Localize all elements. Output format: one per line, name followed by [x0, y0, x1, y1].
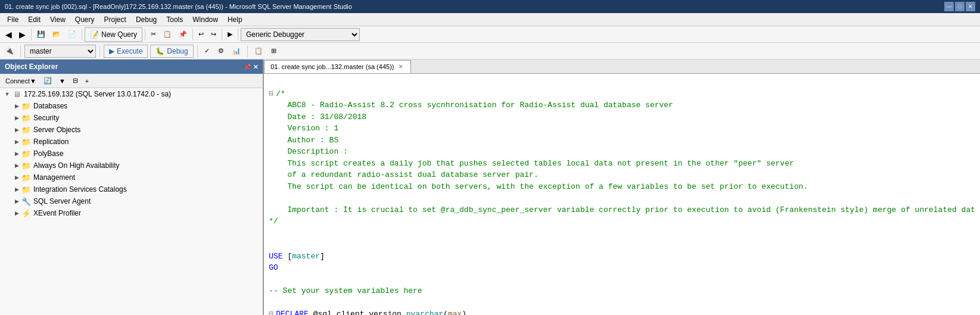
replication-expander[interactable]: ▶: [12, 137, 21, 146]
save-button[interactable]: 💾: [34, 28, 48, 41]
menu-item-debug[interactable]: Debug: [131, 14, 161, 25]
polybase-expander[interactable]: ▶: [12, 149, 21, 158]
menu-item-window[interactable]: Window: [188, 14, 223, 25]
tree-item-management[interactable]: ▶ 📁 Management: [0, 171, 263, 183]
server-expander[interactable]: ▼: [2, 89, 12, 99]
oe-collapse-button[interactable]: ⊟: [70, 75, 81, 87]
new-file-button[interactable]: 📄: [65, 28, 79, 41]
databases-label: Databases: [33, 102, 67, 110]
execute-icon: ▶: [109, 47, 114, 55]
server-objects-icon: 📁: [21, 125, 31, 135]
replication-icon: 📁: [21, 137, 31, 146]
management-label: Management: [33, 173, 75, 182]
database-selector[interactable]: master: [24, 45, 96, 58]
server-label: 172.25.169.132 (SQL Server 13.0.1742.0 -…: [24, 90, 171, 98]
generic-debugger-selector[interactable]: Generic Debugger: [241, 28, 360, 41]
oe-connect-button[interactable]: Connect▼: [2, 75, 39, 87]
databases-expander[interactable]: ▶: [12, 101, 21, 111]
editor-area[interactable]: ⊟/* ABC8 - Radio-Assist 8.2 cross sycnhr…: [264, 74, 980, 315]
close-button[interactable]: ✕: [966, 2, 975, 11]
new-query-label: New Query: [101, 30, 137, 39]
paste-button[interactable]: 📌: [176, 28, 190, 41]
oe-refresh-button[interactable]: 🔄: [41, 75, 55, 87]
collapse-icon-2[interactable]: ⊟: [269, 308, 276, 315]
display-plan-button[interactable]: 📊: [229, 45, 244, 58]
menu-bar: FileEditViewQueryProjectDebugToolsWindow…: [0, 13, 980, 26]
execute-button[interactable]: ▶ Execute: [104, 45, 148, 58]
run-button[interactable]: ▶: [225, 28, 235, 41]
copy-button[interactable]: 📋: [160, 28, 175, 41]
menu-item-file[interactable]: File: [2, 14, 23, 25]
management-expander[interactable]: ▶: [12, 173, 21, 182]
back-button[interactable]: ◀: [2, 28, 15, 41]
tab-close-button[interactable]: ✕: [397, 63, 405, 70]
integration-expander[interactable]: ▶: [12, 185, 21, 194]
main-container: Object Explorer 📌 ✕ Connect▼ 🔄 ▼ ⊟ + ▼ 🖥…: [0, 60, 980, 315]
tree-server-root[interactable]: ▼ 🖥 172.25.169.132 (SQL Server 13.0.1742…: [0, 88, 263, 100]
oe-header-controls: 📌 ✕: [244, 64, 258, 70]
oe-close-button[interactable]: ✕: [253, 64, 258, 70]
sql-agent-expander[interactable]: ▶: [12, 197, 21, 206]
tree-item-server-objects[interactable]: ▶ 📁 Server Objects: [0, 124, 263, 136]
oe-new-button[interactable]: +: [82, 75, 92, 87]
integration-label: Integration Services Catalogs: [33, 185, 127, 194]
oe-pin-button[interactable]: 📌: [244, 64, 251, 70]
polybase-icon: 📁: [21, 149, 31, 158]
separator-2: [82, 29, 82, 40]
grid-button[interactable]: ⊞: [268, 45, 279, 58]
check-syntax-button[interactable]: ✓: [201, 45, 213, 58]
debug-button[interactable]: 🐛 Debug: [150, 45, 193, 58]
oe-filter-button[interactable]: ▼: [56, 75, 69, 87]
minimize-button[interactable]: —: [944, 2, 954, 11]
oe-connect-label: Connect: [5, 77, 30, 85]
redo-button[interactable]: ↪: [208, 28, 219, 41]
menu-item-view[interactable]: View: [45, 14, 70, 25]
title-bar-text: 01. create sync job (002).sql - [ReadOnl…: [5, 3, 944, 10]
menu-item-help[interactable]: Help: [223, 14, 247, 25]
security-expander[interactable]: ▶: [12, 113, 21, 123]
tree-item-polybase[interactable]: ▶ 📁 PolyBase: [0, 148, 263, 160]
tree-item-integration[interactable]: ▶ 📁 Integration Services Catalogs: [0, 183, 263, 195]
menu-item-edit[interactable]: Edit: [23, 14, 45, 25]
sep-t2-1: [20, 45, 21, 57]
xevent-label: XEvent Profiler: [33, 209, 81, 217]
tree-item-replication[interactable]: ▶ 📁 Replication: [0, 136, 263, 148]
tabs-bar: 01. create sync job...132.master (sa (44…: [264, 60, 980, 74]
tree-item-security[interactable]: ▶ 📁 Security: [0, 112, 263, 124]
separator-4: [192, 29, 193, 40]
menu-item-tools[interactable]: Tools: [161, 14, 188, 25]
tab-label: 01. create sync job...132.master (sa (44…: [270, 63, 394, 70]
undo-button[interactable]: ↩: [195, 28, 207, 41]
tree-item-always-on[interactable]: ▶ 📁 Always On High Availability: [0, 160, 263, 171]
tab-active[interactable]: 01. create sync job...132.master (sa (44…: [264, 60, 411, 73]
sql-editor: 01. create sync job...132.master (sa (44…: [264, 60, 980, 315]
open-button[interactable]: 📂: [49, 28, 64, 41]
databases-icon: 📁: [21, 101, 31, 111]
oe-content[interactable]: ▼ 🖥 172.25.169.132 (SQL Server 13.0.1742…: [0, 88, 263, 315]
xevent-expander[interactable]: ▶: [12, 208, 21, 218]
cut-button[interactable]: ✂: [148, 28, 159, 41]
xevent-icon: ⚡: [21, 208, 31, 218]
server-objects-expander[interactable]: ▶: [12, 125, 21, 135]
results-button[interactable]: 📋: [251, 45, 266, 58]
new-query-button[interactable]: 📝 New Query: [85, 27, 142, 42]
maximize-button[interactable]: □: [955, 2, 965, 11]
always-on-expander[interactable]: ▶: [12, 161, 21, 170]
title-bar-controls: — □ ✕: [944, 2, 975, 11]
menu-item-query[interactable]: Query: [70, 14, 99, 25]
server-icon: 🖥: [12, 89, 21, 99]
debug-label: Debug: [167, 47, 188, 55]
always-on-icon: 📁: [21, 161, 31, 170]
toolbar-2: 🔌 master ▶ Execute 🐛 Debug ✓ ⚙ 📊 📋 ⊞: [0, 43, 980, 60]
separator-1: [31, 29, 32, 40]
forward-button[interactable]: ▶: [16, 28, 29, 41]
tree-item-databases[interactable]: ▶ 📁 Databases: [0, 100, 263, 112]
sql-agent-icon: 🔧: [21, 197, 31, 206]
collapse-icon-1[interactable]: ⊟: [269, 88, 276, 100]
always-on-label: Always On High Availability: [33, 161, 120, 170]
menu-item-project[interactable]: Project: [99, 14, 131, 25]
parse-button[interactable]: ⚙: [215, 45, 227, 58]
tree-item-xevent[interactable]: ▶ ⚡ XEvent Profiler: [0, 207, 263, 219]
tree-item-sql-agent[interactable]: ▶ 🔧 SQL Server Agent: [0, 195, 263, 207]
connect-toolbar-button[interactable]: 🔌: [2, 45, 17, 58]
